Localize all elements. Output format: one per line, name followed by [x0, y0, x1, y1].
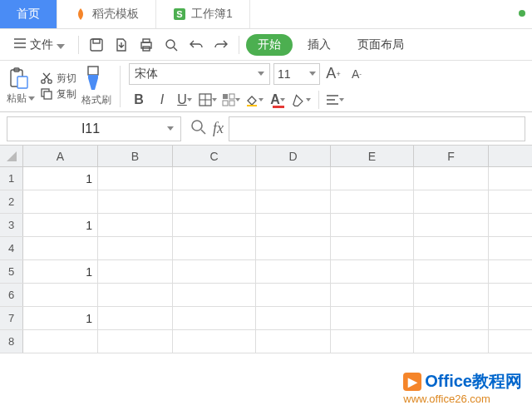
- find-icon[interactable]: [190, 118, 208, 140]
- cell[interactable]: [414, 307, 489, 329]
- font-color-button[interactable]: A: [268, 90, 288, 110]
- svg-rect-14: [44, 91, 52, 99]
- select-all-corner[interactable]: [0, 146, 23, 166]
- eraser-button[interactable]: [292, 90, 312, 110]
- tab-insert[interactable]: 插入: [296, 34, 342, 56]
- cell[interactable]: [23, 330, 98, 353]
- cell[interactable]: [414, 237, 489, 259]
- cell[interactable]: [331, 214, 414, 236]
- cell[interactable]: [98, 307, 173, 329]
- clipboard-icon[interactable]: [7, 67, 30, 90]
- cell[interactable]: [173, 167, 256, 190]
- undo-button[interactable]: [185, 34, 207, 56]
- name-box[interactable]: I11: [7, 116, 181, 141]
- print-button[interactable]: [135, 34, 157, 56]
- col-header-C[interactable]: C: [173, 146, 256, 166]
- copy-button[interactable]: 复制: [40, 87, 76, 101]
- fill-color-button[interactable]: [245, 90, 265, 110]
- paste-button[interactable]: 粘贴: [7, 91, 35, 106]
- cell[interactable]: [23, 237, 98, 259]
- cut-button[interactable]: 剪切: [40, 72, 76, 86]
- tab-home[interactable]: 首页: [0, 0, 57, 28]
- col-header-D[interactable]: D: [256, 146, 331, 166]
- border-button[interactable]: [199, 90, 219, 110]
- cell[interactable]: [331, 260, 414, 283]
- cell[interactable]: [98, 167, 173, 190]
- tab-layout[interactable]: 页面布局: [346, 34, 416, 56]
- cell[interactable]: [98, 237, 173, 259]
- cell[interactable]: [331, 307, 414, 329]
- preview-button[interactable]: [160, 34, 182, 56]
- cell[interactable]: [331, 284, 414, 306]
- cell[interactable]: [414, 284, 489, 306]
- cell[interactable]: [98, 260, 173, 283]
- tab-template[interactable]: 稻壳模板: [57, 0, 156, 28]
- cell[interactable]: [331, 330, 414, 353]
- output-button[interactable]: [111, 34, 132, 56]
- cell[interactable]: [256, 260, 331, 283]
- tab-start[interactable]: 开始: [246, 34, 293, 56]
- cell[interactable]: [256, 237, 331, 259]
- decrease-font-button[interactable]: A-: [347, 64, 367, 84]
- cell-A5[interactable]: 1: [23, 260, 98, 283]
- cell[interactable]: [414, 260, 489, 283]
- save-button[interactable]: [86, 34, 107, 56]
- cell[interactable]: [414, 190, 489, 213]
- formula-input[interactable]: [229, 116, 525, 141]
- col-header-B[interactable]: B: [98, 146, 173, 166]
- cell[interactable]: [173, 330, 256, 353]
- cell-A1[interactable]: 1: [23, 167, 98, 190]
- row-header-1[interactable]: 1: [0, 167, 23, 190]
- cell[interactable]: [414, 214, 489, 236]
- cell[interactable]: [256, 284, 331, 306]
- cell[interactable]: [173, 284, 256, 306]
- cell[interactable]: [173, 214, 256, 236]
- row-header-4[interactable]: 4: [0, 237, 23, 259]
- cell[interactable]: [331, 237, 414, 259]
- row-header-7[interactable]: 7: [0, 307, 23, 329]
- row-header-6[interactable]: 6: [0, 284, 23, 306]
- cell[interactable]: [414, 167, 489, 190]
- cell[interactable]: [256, 330, 331, 353]
- increase-font-button[interactable]: A+: [323, 64, 343, 84]
- col-header-F[interactable]: F: [414, 146, 489, 166]
- col-header-E[interactable]: E: [331, 146, 414, 166]
- cell[interactable]: [173, 307, 256, 329]
- cell[interactable]: [256, 307, 331, 329]
- cell[interactable]: [256, 214, 331, 236]
- cell[interactable]: [23, 284, 98, 306]
- cell[interactable]: [256, 190, 331, 213]
- cell[interactable]: [173, 260, 256, 283]
- cell[interactable]: [98, 214, 173, 236]
- cell-style-button[interactable]: [222, 90, 242, 110]
- row-header-3[interactable]: 3: [0, 214, 23, 236]
- italic-button[interactable]: I: [152, 90, 172, 110]
- cell[interactable]: [331, 190, 414, 213]
- cell[interactable]: [173, 237, 256, 259]
- row-header-5[interactable]: 5: [0, 260, 23, 283]
- cell[interactable]: [98, 190, 173, 213]
- row-header-2[interactable]: 2: [0, 190, 23, 213]
- row-header-8[interactable]: 8: [0, 330, 23, 353]
- cell[interactable]: [98, 330, 173, 353]
- align-button[interactable]: [326, 90, 346, 110]
- format-brush-button[interactable]: 格式刷: [81, 93, 111, 107]
- brush-icon[interactable]: [81, 65, 105, 91]
- redo-button[interactable]: [210, 34, 232, 56]
- file-menu[interactable]: 文件: [7, 34, 71, 56]
- col-header-A[interactable]: A: [23, 146, 98, 166]
- cell[interactable]: [331, 167, 414, 190]
- cell-A3[interactable]: 1: [23, 214, 98, 236]
- font-select[interactable]: 宋体: [129, 63, 270, 85]
- font-size-select[interactable]: 11: [273, 63, 320, 85]
- cell[interactable]: [173, 190, 256, 213]
- cell[interactable]: [98, 284, 173, 306]
- cell[interactable]: [414, 330, 489, 353]
- cell[interactable]: [23, 190, 98, 213]
- cell[interactable]: [256, 167, 331, 190]
- underline-button[interactable]: U: [175, 90, 195, 110]
- cell-A7[interactable]: 1: [23, 307, 98, 329]
- tab-workbook[interactable]: S 工作簿1: [156, 0, 250, 28]
- fx-label[interactable]: fx: [213, 120, 224, 137]
- bold-button[interactable]: B: [129, 90, 149, 110]
